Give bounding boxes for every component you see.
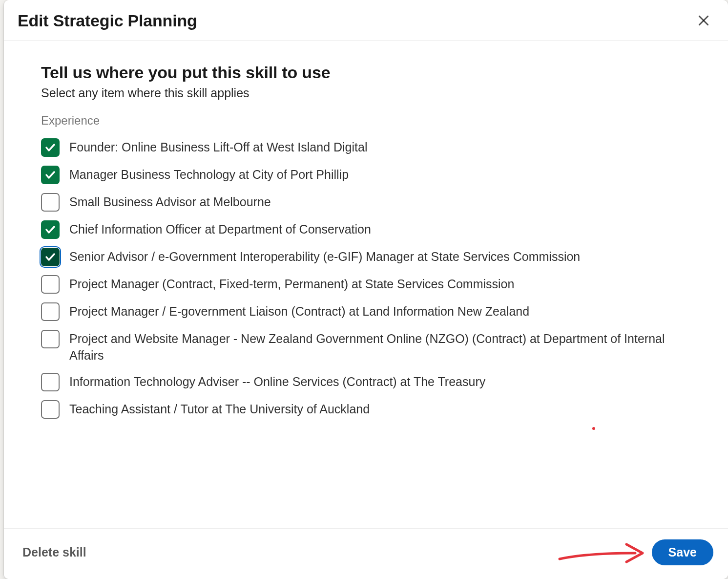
checkbox[interactable] [41, 275, 60, 294]
checkbox[interactable] [41, 373, 60, 391]
modal-body: Tell us where you put this skill to use … [4, 41, 728, 528]
experience-checkbox-row[interactable]: Information Technology Adviser -- Online… [41, 373, 691, 391]
checkbox-label: Project Manager (Contract, Fixed-term, P… [69, 275, 514, 293]
checkbox-label: Founder: Online Business Lift-Off at Wes… [69, 138, 367, 156]
delete-skill-link[interactable]: Delete skill [22, 545, 86, 559]
experience-checkbox-row[interactable]: Small Business Advisor at Melbourne [41, 193, 691, 212]
checkbox-label: Senior Advisor / e-Government Interopera… [69, 248, 580, 265]
close-icon [696, 13, 711, 28]
section-heading: Tell us where you put this skill to use [41, 63, 691, 82]
experience-checkbox-row[interactable]: Founder: Online Business Lift-Off at Wes… [41, 138, 691, 157]
checkbox-label: Project and Website Manager - New Zealan… [69, 330, 691, 364]
modal-footer: Delete skill Save [4, 528, 728, 579]
experience-checkbox-row[interactable]: Project Manager / E-government Liaison (… [41, 302, 691, 321]
checkbox[interactable] [41, 248, 60, 266]
experience-checkbox-row[interactable]: Manager Business Technology at City of P… [41, 166, 691, 184]
experience-checkbox-row[interactable]: Project and Website Manager - New Zealan… [41, 330, 691, 364]
close-button[interactable] [693, 10, 714, 31]
checkbox[interactable] [41, 166, 60, 184]
modal-header: Edit Strategic Planning [4, 0, 728, 41]
check-icon [44, 251, 56, 263]
checkbox[interactable] [41, 220, 60, 239]
experience-checkbox-row[interactable]: Senior Advisor / e-Government Interopera… [41, 248, 691, 266]
check-icon [44, 224, 56, 236]
experience-checkbox-row[interactable]: Project Manager (Contract, Fixed-term, P… [41, 275, 691, 294]
checkbox-label: Chief Information Officer at Department … [69, 220, 371, 238]
edit-skill-modal: Edit Strategic Planning Tell us where yo… [4, 0, 728, 579]
check-icon [44, 142, 56, 153]
checkbox[interactable] [41, 302, 60, 321]
checkbox[interactable] [41, 138, 60, 157]
modal-title: Edit Strategic Planning [18, 11, 197, 30]
experience-checkbox-row[interactable]: Teaching Assistant / Tutor at The Univer… [41, 400, 691, 419]
checkbox-label: Information Technology Adviser -- Online… [69, 373, 485, 390]
checkbox[interactable] [41, 193, 60, 212]
checkbox[interactable] [41, 400, 60, 419]
save-button[interactable]: Save [652, 539, 713, 565]
checkbox-label: Small Business Advisor at Melbourne [69, 193, 271, 211]
check-icon [44, 169, 56, 181]
checkbox-label: Manager Business Technology at City of P… [69, 166, 349, 183]
category-label: Experience [41, 114, 691, 128]
experience-checkbox-row[interactable]: Chief Information Officer at Department … [41, 220, 691, 239]
experience-list: Founder: Online Business Lift-Off at Wes… [41, 138, 691, 419]
arrow-annotation-icon [557, 539, 650, 569]
checkbox[interactable] [41, 330, 60, 348]
section-subheading: Select any item where this skill applies [41, 86, 691, 100]
checkbox-label: Teaching Assistant / Tutor at The Univer… [69, 400, 370, 418]
checkbox-label: Project Manager / E-government Liaison (… [69, 302, 529, 320]
